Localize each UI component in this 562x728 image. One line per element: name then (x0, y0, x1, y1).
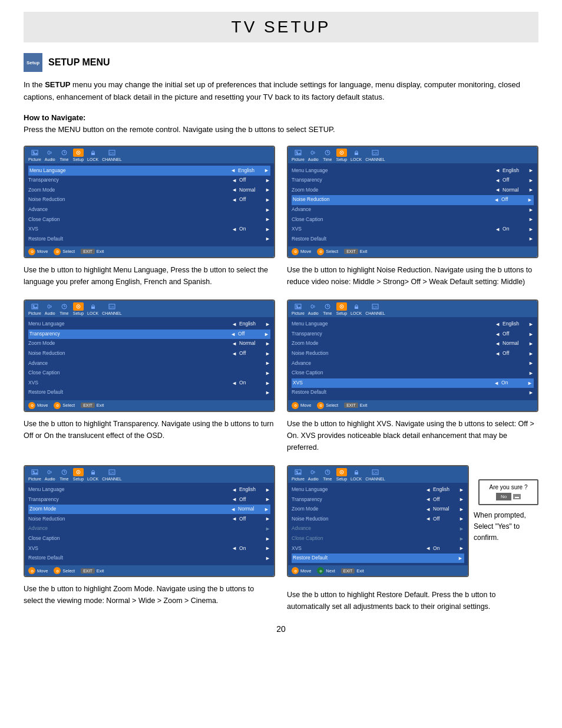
when-prompted-text: When prompted, Select "Yes" to confirm. (474, 510, 538, 544)
caption-3-left: Use the b utton to highlight Zoom Mode. … (24, 583, 275, 607)
screen-footer-3: ⊙Move ⊙Select EXITExit (25, 400, 274, 411)
svg-point-32 (78, 306, 79, 307)
svg-point-25 (32, 305, 34, 307)
svg-point-27 (48, 305, 50, 308)
next-btn: ⊛ (317, 567, 324, 574)
menu-content-1: Menu Language ◄ English ► Transparency ◄… (25, 163, 274, 246)
menu-row-language: Menu Language ◄ English ► (28, 166, 270, 176)
svg-marker-38 (296, 307, 301, 308)
row2: Picture Audio Time Setup LOCK CHCHANNEL … (24, 299, 538, 457)
audio-icon (45, 149, 55, 157)
col-left-1: Picture Audio Time (24, 146, 275, 291)
screen-footer-6: ⊙Move ⊛ Next EXITExit (288, 565, 468, 576)
svg-text:CH: CH (110, 305, 114, 309)
screen-footer-1: ⊙ Move ⊙ Select EXIT Exit (25, 246, 274, 257)
svg-text:CH: CH (373, 151, 378, 155)
svg-marker-50 (32, 472, 38, 474)
tv-screen-1: Picture Audio Time (24, 146, 275, 258)
svg-point-15 (311, 151, 313, 154)
setup-menu-icon (73, 149, 84, 157)
menu-row-xvs: XVS ◄ On ► (28, 225, 270, 235)
screen-footer-5: ⊙Move ⊙Select EXITExit (25, 565, 274, 576)
tv-screen-3: Picture Audio Time Setup LOCK CHCHANNEL … (24, 299, 275, 412)
footer-move-1: ⊙ Move (28, 248, 48, 255)
caption-1-right: Use the b utton to highlight Noise Reduc… (287, 264, 538, 288)
menu-bar-3: Picture Audio Time Setup LOCK CHCHANNEL (25, 301, 274, 317)
svg-point-51 (48, 470, 50, 474)
menu-content-4: Menu Language ◄ English ► Transparency ◄… (288, 317, 537, 400)
caption-2-left: Use the b utton to highlight Transparenc… (24, 418, 275, 442)
menu-row-transparency: Transparency ◄ Off ► (28, 176, 270, 186)
popup-area: Are you sure ? No ▬ When prompted, Selec… (474, 465, 538, 584)
menu-bar-2: Picture Audio Time Setup LOCK CHCHANNEL (288, 147, 537, 163)
caption-2-right: Use the b utton to highlight XVS. Naviga… (287, 418, 538, 453)
svg-point-3 (48, 151, 50, 154)
restore-screen-wrapper: Picture Audio Time Setup LOCK CHCHANNEL … (287, 465, 469, 584)
svg-text:CH: CH (110, 151, 114, 155)
col-right-2: Picture Audio Time Setup LOCK CHCHANNEL … (287, 299, 538, 457)
col-left-2: Picture Audio Time Setup LOCK CHCHANNEL … (24, 299, 275, 457)
svg-text:CH: CH (373, 471, 378, 475)
svg-rect-33 (91, 307, 95, 309)
svg-point-8 (78, 152, 79, 153)
svg-rect-21 (355, 153, 358, 155)
svg-rect-69 (355, 472, 358, 475)
menu-row-noise: Noise Reduction ◄ Off ► (28, 195, 270, 205)
svg-marker-62 (296, 472, 301, 474)
page-title: TV SETUP (24, 12, 538, 42)
menu-bar: Picture Audio Time (25, 147, 274, 163)
svg-marker-2 (32, 153, 38, 154)
svg-point-63 (311, 470, 313, 474)
svg-point-56 (78, 472, 79, 473)
footer-select-1: ⊙ Select (54, 248, 75, 255)
menu-bar-audio: Audio (45, 149, 55, 162)
no-button: No (496, 493, 511, 500)
menu-bar-5: Picture Audio Time Setup LOCK CHCHANNEL (25, 466, 274, 483)
menu-bar-lock: LOCK (87, 149, 98, 162)
row1: Picture Audio Time (24, 146, 538, 291)
menu-bar-4: Picture Audio Time Setup LOCK CHCHANNEL (288, 301, 537, 317)
menu-content-3: Menu Language ◄ English ► Transparency ◄… (25, 317, 274, 400)
setup-icon: Setup (24, 53, 42, 72)
menu-content-5: Menu Language ◄ English ► Transparency ◄… (25, 483, 274, 566)
caption-1-left: Use the b utton to highlight Menu Langua… (24, 264, 275, 288)
screen-footer-4: ⊙Move ⊙Select EXITExit (288, 400, 537, 411)
svg-point-68 (341, 472, 342, 473)
svg-point-49 (32, 470, 34, 472)
svg-point-1 (32, 151, 34, 153)
screen-footer-2: ⊙Move ⊙Select EXITExit (288, 246, 537, 257)
menu-bar-setup: Setup (73, 149, 84, 162)
lock-icon (88, 149, 98, 157)
select-btn-1: ⊙ (54, 248, 61, 255)
menu-content-2: Menu Language ◄ English ► Transparency ◄… (288, 163, 537, 246)
menu-bar-picture: Picture (28, 149, 41, 162)
menu-content-6: Menu Language ◄ English ► Transparency ◄… (288, 483, 468, 566)
footer-exit-1: EXIT Exit (81, 249, 104, 254)
move-btn-1: ⊙ (28, 248, 35, 255)
svg-marker-26 (32, 307, 38, 308)
svg-text:CH: CH (110, 471, 114, 475)
col-left-3: Picture Audio Time Setup LOCK CHCHANNEL … (24, 465, 275, 617)
col-right-1: Picture Audio Time Setup LOCK CHCHANNEL … (287, 146, 538, 291)
how-to-navigate: How to Navigate: Press the MENU button o… (24, 112, 538, 137)
setup-header: Setup SETUP MENU (24, 53, 538, 72)
menu-bar-time: Time (59, 149, 70, 162)
menu-row-zoom: Zoom Mode ◄ Normal ► (28, 185, 270, 195)
svg-point-39 (311, 305, 313, 308)
tv-screen-2: Picture Audio Time Setup LOCK CHCHANNEL … (287, 146, 538, 258)
intro-text: In the SETUP menu you may change the ini… (24, 79, 538, 104)
menu-bar-channel: CH CHANNEL (102, 149, 121, 162)
svg-point-20 (341, 152, 342, 153)
menu-bar-6: Picture Audio Time Setup LOCK CHCHANNEL (288, 466, 468, 483)
tv-screen-6: Picture Audio Time Setup LOCK CHCHANNEL … (287, 465, 469, 578)
are-you-sure-popup: Are you sure ? No ▬ (478, 479, 538, 505)
menu-row-caption: Close Caption ► (28, 215, 270, 225)
caption-3-right: Use the b utton to highlight Restore Def… (287, 589, 538, 612)
picture-icon (29, 149, 40, 157)
time-icon (59, 149, 70, 157)
channel-icon: CH (107, 149, 117, 157)
svg-text:CH: CH (373, 305, 378, 309)
page-number: 20 (24, 624, 538, 634)
col-right-3: Picture Audio Time Setup LOCK CHCHANNEL … (287, 465, 538, 617)
menu-row-advance: Advance ► (28, 205, 270, 215)
